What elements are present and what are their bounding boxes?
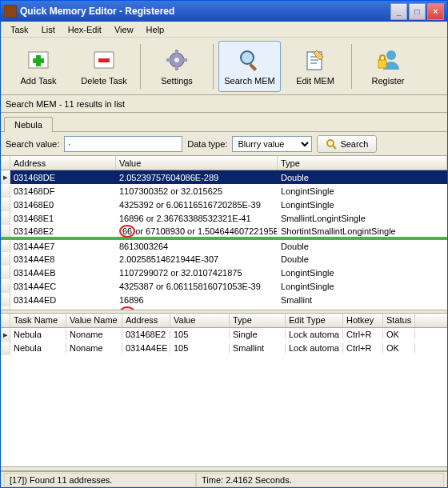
- search-bar: Search value: Data type: Blurry value Se…: [1, 132, 447, 156]
- window-title: Quick Memory Editor - Registered: [20, 6, 390, 17]
- edit-icon: [302, 47, 328, 73]
- search-label: Search value:: [6, 139, 59, 149]
- search-button-label: Search: [340, 139, 368, 149]
- statusbar: [17]) Found 11 addresses. Time: 2.4162 S…: [1, 471, 447, 487]
- toolbar: Add Task Delete Task Settings Search MEM: [1, 38, 447, 95]
- tasks-grid-header: Task NameValue NameAddressValueTypeEdit …: [1, 314, 447, 328]
- cell-value: 2.05239757604086E-289: [116, 173, 278, 182]
- table-row[interactable]: 0314A4EE66ShortintSmallint: [1, 306, 447, 310]
- search-button[interactable]: Search: [317, 135, 377, 153]
- tasks-grid[interactable]: Task NameValue NameAddressValueTypeEdit …: [1, 314, 447, 467]
- cell-value: 1107299072 or 32.0107421875: [116, 268, 278, 278]
- cell-type: Smallint: [278, 295, 447, 305]
- tool-label: Search MEM: [224, 76, 275, 86]
- table-row[interactable]: 0314A4EB1107299072 or 32.0107421875Longi…: [1, 266, 447, 279]
- col-type[interactable]: Type: [278, 156, 447, 170]
- table-row[interactable]: 0314A4E78613003264Double: [1, 238, 447, 252]
- col-edit-type[interactable]: Edit Type: [286, 314, 343, 327]
- cell-address: 0314A4EE: [10, 308, 116, 310]
- col-hotkey[interactable]: Hotkey: [343, 314, 383, 327]
- menubar: Task List Hex-Edit View Help: [1, 22, 447, 38]
- menu-list[interactable]: List: [35, 23, 62, 36]
- menu-help[interactable]: Help: [140, 23, 171, 36]
- menu-hex-edit[interactable]: Hex-Edit: [62, 23, 108, 36]
- col-value[interactable]: Value: [116, 156, 278, 170]
- row-indicator: [1, 198, 10, 211]
- datatype-label: Data type:: [187, 139, 227, 149]
- table-row[interactable]: NebulaNoname0314A4EE105SmallintLock auto…: [1, 342, 447, 355]
- cell: Smallint: [230, 343, 286, 353]
- table-row[interactable]: ▸031468DE2.05239757604086E-289Double: [1, 170, 447, 184]
- toolbar-separator: [351, 44, 352, 89]
- cell-type: LongintSingle: [278, 268, 447, 278]
- table-row[interactable]: 0314A4E82.00258514621944E-307Double: [1, 252, 447, 266]
- cell: Ctrl+R: [343, 330, 383, 339]
- col-value-name[interactable]: Value Name: [66, 314, 122, 327]
- tool-label: Edit MEM: [296, 76, 334, 86]
- cell-address: 031468E1: [10, 214, 116, 223]
- svg-rect-2: [33, 58, 44, 63]
- tab-nebula[interactable]: Nebula: [4, 117, 53, 132]
- toolbar-separator: [213, 44, 214, 89]
- table-row[interactable]: 031468E266 or 67108930 or 1.504644607221…: [1, 225, 447, 238]
- svg-rect-8: [175, 66, 178, 70]
- row-indicator: [1, 279, 10, 293]
- cell-address: 0314A4E8: [10, 254, 116, 264]
- table-row[interactable]: 031468E04325392 or 6.06116516720285E-39L…: [1, 198, 447, 211]
- svg-rect-10: [182, 58, 187, 62]
- menu-task[interactable]: Task: [4, 23, 35, 36]
- col-value[interactable]: Value: [170, 314, 230, 327]
- close-button[interactable]: ×: [427, 3, 444, 20]
- add-task-button[interactable]: Add Task: [7, 41, 70, 92]
- delete-task-button[interactable]: Delete Task: [73, 41, 135, 92]
- edit-mem-button[interactable]: Edit MEM: [284, 41, 346, 92]
- row-indicator: [1, 342, 10, 355]
- table-row[interactable]: 031468DF1107300352 or 32.015625LongintSi…: [1, 184, 447, 198]
- results-grid[interactable]: Address Value Type ▸031468DE2.0523975760…: [1, 156, 447, 310]
- cell-type: ShortintSmallintLongintSingle: [278, 226, 447, 236]
- maximize-button[interactable]: □: [409, 3, 426, 20]
- col-address[interactable]: Address: [10, 156, 116, 170]
- search-mem-button[interactable]: Search MEM: [218, 41, 281, 92]
- cell: 105: [170, 330, 230, 339]
- lock-user-icon: [375, 47, 401, 73]
- cell: Single: [230, 330, 286, 339]
- svg-point-16: [327, 140, 334, 146]
- cell: 105: [170, 343, 230, 353]
- row-indicator: [1, 266, 10, 279]
- settings-button[interactable]: Settings: [146, 41, 208, 92]
- minus-icon: [91, 47, 117, 73]
- titlebar[interactable]: Quick Memory Editor - Registered _ □ ×: [1, 1, 447, 22]
- status-time: Time: 2.4162 Seconds.: [196, 473, 444, 487]
- table-row[interactable]: 0314A4EC4325387 or 6.06115816071053E-39L…: [1, 279, 447, 293]
- highlight-circle: 66: [119, 225, 135, 238]
- row-indicator: [1, 306, 10, 310]
- datatype-select[interactable]: Blurry value: [232, 136, 312, 152]
- grid-header: Address Value Type: [1, 156, 447, 170]
- plus-icon: [26, 47, 51, 73]
- row-indicator: ▸: [1, 328, 10, 342]
- table-row[interactable]: ▸NebulaNoname031468E2105SingleLock autom…: [1, 328, 447, 342]
- cell: Nebula: [10, 343, 66, 353]
- search-icon: [326, 138, 337, 150]
- search-value-input[interactable]: [64, 136, 182, 152]
- col-status[interactable]: Status: [383, 314, 415, 327]
- cell-type: LongintSingle: [278, 200, 447, 210]
- col-type[interactable]: Type: [230, 314, 286, 327]
- minimize-button[interactable]: _: [390, 3, 407, 20]
- table-row[interactable]: 0314A4ED16896Smallint: [1, 293, 447, 306]
- svg-point-6: [174, 58, 179, 62]
- cell-address: 0314A4ED: [10, 295, 116, 305]
- table-row[interactable]: 031468E116896 or 2.36763388532321E-41Sma…: [1, 211, 447, 225]
- cell-address: 031468DF: [10, 186, 116, 196]
- highlight-circle: 66: [119, 306, 135, 310]
- menu-view[interactable]: View: [108, 23, 140, 36]
- grid-indicator-header: [1, 314, 10, 327]
- cell-value: 8613003264: [116, 242, 278, 251]
- col-task-name[interactable]: Task Name: [10, 314, 66, 327]
- row-indicator: [1, 252, 10, 266]
- results-status-text: Search MEM - 11 results in list: [6, 99, 125, 109]
- svg-point-14: [386, 50, 396, 60]
- register-button[interactable]: Register: [357, 41, 419, 92]
- col-address[interactable]: Address: [122, 314, 170, 327]
